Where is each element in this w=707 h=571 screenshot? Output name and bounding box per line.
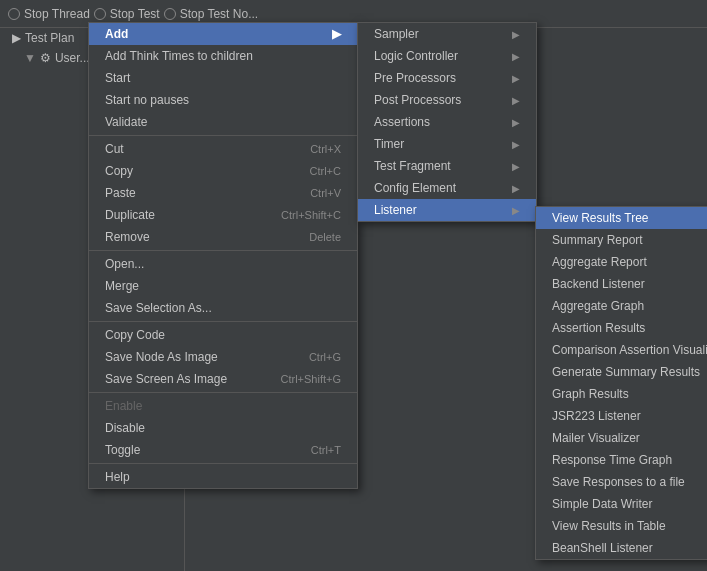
listener-aggregate-report[interactable]: Aggregate Report bbox=[536, 251, 707, 273]
menu-item-help[interactable]: Help bbox=[89, 466, 357, 488]
logic-arrow: ▶ bbox=[512, 51, 520, 62]
context-menu-2: Sampler ▶ Logic Controller ▶ Pre Process… bbox=[357, 22, 537, 222]
listener-comparison-assertion[interactable]: Comparison Assertion Visualizer bbox=[536, 339, 707, 361]
fragment-arrow: ▶ bbox=[512, 161, 520, 172]
menu-item-start-no-pauses[interactable]: Start no pauses bbox=[89, 89, 357, 111]
menu-item-paste[interactable]: Paste Ctrl+V bbox=[89, 182, 357, 204]
separator-3 bbox=[89, 321, 357, 322]
submenu-config-element[interactable]: Config Element ▶ bbox=[358, 177, 536, 199]
context-menu-1: Add ▶ Add Think Times to children Start … bbox=[88, 22, 358, 489]
listener-view-results-table[interactable]: View Results in Table bbox=[536, 515, 707, 537]
sampler-arrow: ▶ bbox=[512, 29, 520, 40]
expand-arrow: ▼ bbox=[24, 51, 36, 65]
stop-test-radio bbox=[94, 8, 106, 20]
menu-item-copy[interactable]: Copy Ctrl+C bbox=[89, 160, 357, 182]
timer-arrow: ▶ bbox=[512, 139, 520, 150]
separator-5 bbox=[89, 463, 357, 464]
stop-thread-label: Stop Thread bbox=[24, 7, 90, 21]
post-arrow: ▶ bbox=[512, 95, 520, 106]
menu-item-copy-code[interactable]: Copy Code bbox=[89, 324, 357, 346]
assertions-arrow: ▶ bbox=[512, 117, 520, 128]
listener-graph-results[interactable]: Graph Results bbox=[536, 383, 707, 405]
menu-item-save-screen-image[interactable]: Save Screen As Image Ctrl+Shift+G bbox=[89, 368, 357, 390]
pre-arrow: ▶ bbox=[512, 73, 520, 84]
user-icon: ⚙ bbox=[40, 51, 51, 65]
menu-item-toggle[interactable]: Toggle Ctrl+T bbox=[89, 439, 357, 461]
testplan-label: Test Plan bbox=[25, 31, 74, 45]
submenu-test-fragment[interactable]: Test Fragment ▶ bbox=[358, 155, 536, 177]
separator-1 bbox=[89, 135, 357, 136]
listener-backend-listener[interactable]: Backend Listener bbox=[536, 273, 707, 295]
stop-test-now-radio bbox=[164, 8, 176, 20]
menu-item-enable: Enable bbox=[89, 395, 357, 417]
listener-beanshell[interactable]: BeanShell Listener bbox=[536, 537, 707, 559]
stop-test-now-label: Stop Test No... bbox=[180, 7, 259, 21]
submenu-assertions[interactable]: Assertions ▶ bbox=[358, 111, 536, 133]
context-menu-3: View Results Tree Summary Report Aggrega… bbox=[535, 206, 707, 560]
submenu-listener[interactable]: Listener ▶ bbox=[358, 199, 536, 221]
menu-header-add-label: Add bbox=[105, 27, 128, 41]
menu-item-save-node-image[interactable]: Save Node As Image Ctrl+G bbox=[89, 346, 357, 368]
submenu-pre-processors[interactable]: Pre Processors ▶ bbox=[358, 67, 536, 89]
user-label: User... bbox=[55, 51, 90, 65]
listener-aggregate-graph[interactable]: Aggregate Graph bbox=[536, 295, 707, 317]
menu-item-save-selection[interactable]: Save Selection As... bbox=[89, 297, 357, 319]
menu-item-add-think-times[interactable]: Add Think Times to children bbox=[89, 45, 357, 67]
add-submenu-arrow: ▶ bbox=[332, 27, 341, 41]
listener-view-results-tree[interactable]: View Results Tree bbox=[536, 207, 707, 229]
listener-generate-summary[interactable]: Generate Summary Results bbox=[536, 361, 707, 383]
listener-response-time-graph[interactable]: Response Time Graph bbox=[536, 449, 707, 471]
listener-save-responses[interactable]: Save Responses to a file bbox=[536, 471, 707, 493]
menu-item-open[interactable]: Open... bbox=[89, 253, 357, 275]
config-arrow: ▶ bbox=[512, 183, 520, 194]
stop-test-label: Stop Test bbox=[110, 7, 160, 21]
stop-thread-radio bbox=[8, 8, 20, 20]
menu-item-merge[interactable]: Merge bbox=[89, 275, 357, 297]
separator-2 bbox=[89, 250, 357, 251]
listener-jsr223[interactable]: JSR223 Listener bbox=[536, 405, 707, 427]
submenu-logic-controller[interactable]: Logic Controller ▶ bbox=[358, 45, 536, 67]
separator-4 bbox=[89, 392, 357, 393]
menu-header-add[interactable]: Add ▶ bbox=[89, 23, 357, 45]
submenu-post-processors[interactable]: Post Processors ▶ bbox=[358, 89, 536, 111]
menu-item-validate[interactable]: Validate bbox=[89, 111, 357, 133]
menu-item-remove[interactable]: Remove Delete bbox=[89, 226, 357, 248]
testplan-icon: ▶ bbox=[12, 31, 21, 45]
menu-item-start[interactable]: Start bbox=[89, 67, 357, 89]
listener-mailer-visualizer[interactable]: Mailer Visualizer bbox=[536, 427, 707, 449]
listener-arrow: ▶ bbox=[512, 205, 520, 216]
listener-simple-data-writer[interactable]: Simple Data Writer bbox=[536, 493, 707, 515]
submenu-timer[interactable]: Timer ▶ bbox=[358, 133, 536, 155]
listener-summary-report[interactable]: Summary Report bbox=[536, 229, 707, 251]
menu-item-cut[interactable]: Cut Ctrl+X bbox=[89, 138, 357, 160]
listener-assertion-results[interactable]: Assertion Results bbox=[536, 317, 707, 339]
submenu-sampler[interactable]: Sampler ▶ bbox=[358, 23, 536, 45]
menu-item-disable[interactable]: Disable bbox=[89, 417, 357, 439]
menu-item-duplicate[interactable]: Duplicate Ctrl+Shift+C bbox=[89, 204, 357, 226]
